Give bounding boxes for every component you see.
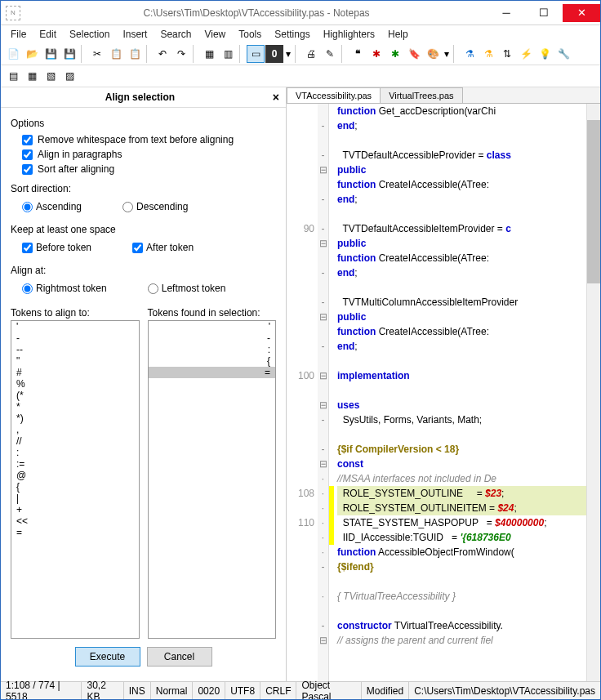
menu-edit[interactable]: Edit (33, 27, 63, 42)
status-modified: Modified (362, 682, 409, 699)
close-button[interactable]: ✕ (563, 4, 600, 22)
found-list[interactable]: '-:{= (148, 320, 277, 639)
list-item[interactable]: " (11, 355, 139, 367)
menu-file[interactable]: File (4, 27, 33, 42)
saveall-icon[interactable]: 💾 (60, 45, 78, 63)
menu-selection[interactable]: Selection (63, 27, 116, 42)
list-item[interactable]: *) (11, 412, 139, 424)
list-item[interactable]: , (11, 424, 139, 435)
opt-remove-whitespace[interactable]: Remove whitespace from text before align… (22, 134, 276, 145)
menu-tools[interactable]: Tools (232, 27, 268, 42)
minimize-button[interactable]: ─ (487, 4, 525, 22)
list-item[interactable]: % (11, 378, 139, 390)
code-view[interactable]: 90100108110 --⊟--⊟--⊟-⊟⊟--⊟······-·-⊟ fu… (287, 104, 600, 681)
list-item[interactable]: : (149, 344, 276, 355)
t2a-icon[interactable]: ▤ (4, 67, 22, 85)
tab-1[interactable]: VirtualTrees.pas (380, 87, 462, 103)
list-item[interactable]: ' (149, 321, 276, 332)
tokens-label: Tokens to align to: (11, 307, 140, 319)
print-icon[interactable]: 🖨 (302, 45, 320, 63)
opt-align-paragraphs[interactable]: Align in paragraphs (22, 149, 276, 160)
t2c-icon[interactable]: ▧ (42, 67, 60, 85)
list-item[interactable]: (* (11, 390, 139, 401)
list-item[interactable]: - (149, 332, 276, 344)
panel-close-icon[interactable]: × (273, 91, 279, 104)
palette-icon[interactable]: 🎨 (424, 45, 442, 63)
t2d-icon[interactable]: ▨ (60, 67, 78, 85)
dropdown-icon[interactable]: ▾ (284, 45, 292, 63)
filter2-icon[interactable]: ⚗ (479, 45, 497, 63)
status-insert: INS (124, 682, 151, 699)
list-item[interactable]: { (11, 481, 139, 493)
edit-icon[interactable]: ✎ (321, 45, 339, 63)
bulb-icon[interactable]: 💡 (536, 45, 554, 63)
menu-settings[interactable]: Settings (268, 27, 316, 42)
maximize-button[interactable]: ☐ (525, 4, 563, 22)
list-item[interactable]: + (11, 504, 139, 515)
status-position: 1:108 / 774 | 5518 (1, 682, 82, 699)
hl1-icon[interactable]: ✱ (367, 45, 385, 63)
save-icon[interactable]: 💾 (42, 45, 60, 63)
app-icon: N (6, 6, 20, 20)
status-path: C:\Users\Tim\Desktop\VTAccessibility.pas (409, 682, 600, 699)
redo-icon[interactable]: ↷ (172, 45, 190, 63)
list-item[interactable]: @ (11, 470, 139, 481)
cut-icon[interactable]: ✂ (88, 45, 106, 63)
hl2-icon[interactable]: ✱ (386, 45, 404, 63)
radio-rightmost[interactable]: Rightmost token (22, 283, 107, 294)
sort-icon[interactable]: ⇅ (498, 45, 516, 63)
execute-button[interactable]: Execute (75, 647, 140, 667)
list-item[interactable]: : (11, 447, 139, 458)
list-item[interactable]: << (11, 515, 139, 527)
list-item[interactable]: - (11, 332, 139, 344)
keep-label: Keep at least one space (11, 224, 276, 235)
radio-leftmost[interactable]: Leftmost token (148, 283, 226, 294)
t2b-icon[interactable]: ▦ (23, 67, 41, 85)
list-item[interactable]: = (11, 527, 139, 538)
statusbar: 1:108 / 774 | 5518 30,2 KB INS Normal 00… (1, 681, 600, 699)
list-item[interactable]: | (11, 493, 139, 504)
undo-icon[interactable]: ↶ (154, 45, 171, 63)
wand-icon[interactable]: ⚡ (517, 45, 535, 63)
status-eol: CRLF (260, 682, 296, 699)
list-item[interactable]: -- (11, 344, 139, 355)
radio-descending[interactable]: Descending (122, 201, 188, 212)
opt-sort-after[interactable]: Sort after aligning (22, 163, 276, 175)
new-icon[interactable]: 📄 (4, 45, 22, 63)
quote-icon[interactable]: ❝ (349, 45, 367, 63)
filter1-icon[interactable]: ⚗ (461, 45, 479, 63)
list-item[interactable]: := (11, 458, 139, 470)
select-icon[interactable]: ▭ (247, 45, 265, 63)
menu-help[interactable]: Help (381, 27, 415, 42)
grid-icon[interactable]: ▦ (200, 45, 218, 63)
list-item[interactable]: # (11, 367, 139, 378)
chk-before-token[interactable]: Before token (22, 242, 91, 253)
list-item[interactable]: // (11, 435, 139, 447)
open-icon[interactable]: 📂 (23, 45, 41, 63)
list-item[interactable]: { (149, 355, 276, 367)
block-icon[interactable]: ▥ (219, 45, 237, 63)
vertical-scrollbar[interactable] (586, 104, 600, 681)
tab-0[interactable]: VTAccessibility.pas (287, 87, 381, 103)
menu-search[interactable]: Search (154, 27, 198, 42)
dropdown2-icon[interactable]: ▾ (443, 45, 451, 63)
menu-insert[interactable]: Insert (116, 27, 154, 42)
copy-icon[interactable]: 📋 (107, 45, 125, 63)
menu-highlighters[interactable]: Highlighters (317, 27, 381, 42)
bookmark-icon[interactable]: 🔖 (405, 45, 423, 63)
list-item[interactable]: * (11, 401, 139, 412)
chk-after-token[interactable]: After token (132, 242, 194, 253)
cancel-button[interactable]: Cancel (147, 647, 212, 667)
tokens-list[interactable]: '---"#%(***),//::=@{|+<<= (11, 320, 140, 639)
paste-icon[interactable]: 📋 (126, 45, 144, 63)
list-item[interactable]: ' (11, 321, 139, 332)
fold-gutter[interactable]: --⊟--⊟--⊟-⊟⊟--⊟······-·-⊟ (318, 104, 329, 681)
menu-view[interactable]: View (198, 27, 232, 42)
status-language: Object Pascal (296, 682, 361, 699)
source-text[interactable]: function Get_accDescription(varChi end; … (334, 104, 586, 681)
list-item[interactable]: = (149, 367, 276, 378)
status-codepoint: 0020 (193, 682, 225, 699)
zero-icon[interactable]: 0 (265, 45, 283, 63)
wrench-icon[interactable]: 🔧 (554, 45, 572, 63)
radio-ascending[interactable]: Ascending (22, 201, 82, 212)
